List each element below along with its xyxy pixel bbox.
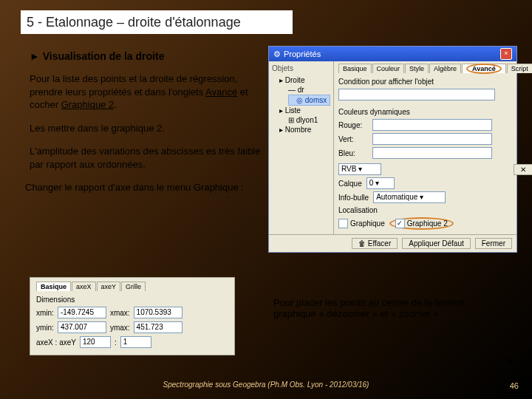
tab-style[interactable]: Style: [405, 64, 429, 73]
tab2-axey[interactable]: axeY: [97, 282, 121, 291]
dyn-label: Couleurs dynamiques: [338, 108, 532, 116]
red-label: Rouge:: [338, 121, 368, 129]
checkbox-graph1[interactable]: Graphique: [338, 219, 385, 228]
green-label: Vert:: [338, 135, 368, 143]
ymin-label: ymin:: [36, 324, 54, 332]
para-3: L'amplitude des variations des abscisses…: [30, 145, 266, 171]
red-input[interactable]: [372, 119, 492, 131]
xmin-label: xmin:: [36, 309, 54, 317]
tab-basique[interactable]: Basique: [338, 64, 372, 73]
ratio-x-input[interactable]: 120: [80, 336, 111, 348]
layer-select[interactable]: 0 ▾: [366, 177, 395, 189]
para-2: Les mettre dans le graphique 2.: [30, 122, 266, 135]
layer-label: Calque: [338, 180, 362, 188]
slide-title: 5 - Etalonnage – droite d'étalonnage: [21, 10, 293, 34]
blue-label: Bleu:: [338, 149, 368, 157]
text-column: ► Visualisation de la droite Pour la lis…: [30, 44, 266, 205]
dialog-title: ⚙Propriétés: [273, 50, 321, 59]
ymin-input[interactable]: 437.007: [58, 321, 106, 333]
bottom-note: Pour placer les points au centre de la f…: [273, 297, 510, 319]
para-1: Pour la liste des points et la droite de…: [30, 72, 266, 112]
page-number: 46: [510, 381, 519, 390]
ratio-y-input[interactable]: 1: [120, 336, 151, 348]
next-arrow-icon: ►: [505, 355, 516, 366]
graphics-settings-panel: Basique axeX axeY Grille Dimensions xmin…: [30, 277, 235, 355]
tree-label: Objets: [272, 64, 330, 72]
tree-node[interactable]: ▸ Droite: [272, 75, 330, 85]
clear-x-button[interactable]: ✕: [514, 164, 532, 175]
tab2-grille[interactable]: Grille: [121, 282, 146, 291]
tree-node[interactable]: ⊞ dlyon1: [272, 115, 330, 125]
tree-node[interactable]: ▸ Liste: [272, 106, 330, 115]
tab-script[interactable]: Script: [507, 64, 532, 73]
dialog-titlebar: ⚙Propriétés ×: [269, 47, 516, 61]
tab2-basique[interactable]: Basique: [36, 282, 71, 291]
tab-avance[interactable]: Avancé: [462, 64, 506, 73]
close-icon[interactable]: ×: [500, 48, 512, 60]
dim-label: Dimensions: [36, 296, 228, 304]
object-tree[interactable]: Objets ▸ Droite — dr ◎ domsx ▸ Liste ⊞ d…: [269, 61, 334, 234]
subtitle: ► Visualisation de la droite: [30, 50, 266, 62]
apply-default-button[interactable]: Appliquer Défaut: [402, 238, 471, 249]
footer-text: Spectrographie sous Geogebra (Ph.M Obs. …: [0, 381, 532, 389]
cond-input[interactable]: [338, 89, 495, 100]
loc-label: Localisation: [338, 206, 532, 214]
checkbox-graph2[interactable]: ✓Graphique 2: [395, 219, 448, 228]
tooltip-label: Info-bulle: [338, 194, 369, 202]
axe-ratio-label: axeX : axeY: [36, 338, 76, 347]
tabs: Basique Couleur Style Algèbre Avancé Scr…: [338, 64, 532, 73]
xmax-label: xmax:: [110, 309, 130, 317]
tree-node[interactable]: ▸ Nombre: [272, 125, 330, 134]
para-4: Changer le rapport d'axe dans le menu Gr…: [25, 181, 266, 194]
ymax-label: ymax:: [110, 324, 130, 332]
tree-node-selected[interactable]: ◎ domsx: [288, 95, 330, 106]
tab-algebre[interactable]: Algèbre: [429, 64, 461, 73]
cond-label: Condition pour afficher l'objet: [338, 78, 532, 86]
tab2-axex[interactable]: axeX: [72, 282, 96, 291]
blue-input[interactable]: [372, 147, 492, 159]
erase-button[interactable]: 🗑 Effacer: [352, 238, 398, 249]
xmin-input[interactable]: -149.7245: [58, 307, 106, 318]
properties-dialog: ⚙Propriétés × Objets ▸ Droite — dr ◎ dom…: [268, 46, 517, 253]
ymax-input[interactable]: 451.723: [134, 321, 183, 333]
close-button[interactable]: Fermer: [475, 238, 512, 249]
green-input[interactable]: [372, 133, 492, 145]
tooltip-select[interactable]: Automatique ▾: [373, 191, 446, 203]
tree-node[interactable]: — dr: [272, 85, 330, 95]
tab-couleur[interactable]: Couleur: [372, 64, 405, 73]
rvb-select[interactable]: RVB ▾: [338, 163, 381, 175]
xmax-input[interactable]: 1070.5393: [134, 307, 183, 318]
